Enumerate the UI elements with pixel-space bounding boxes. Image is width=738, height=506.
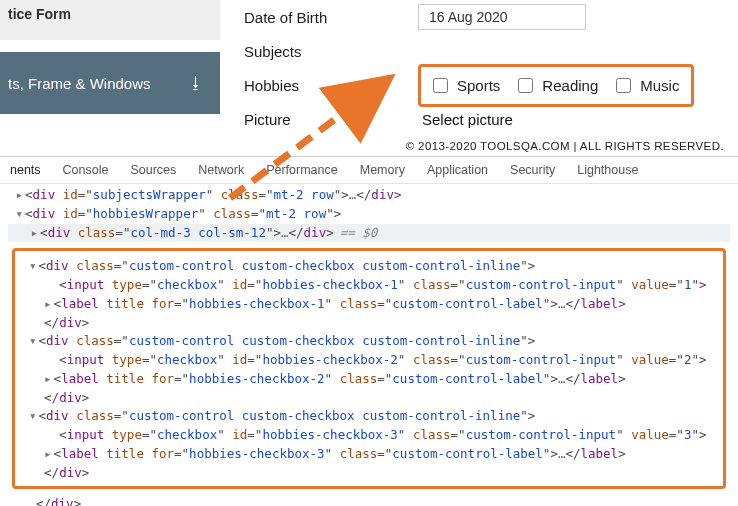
dom-line[interactable]: ▸<label title for="hobbies-checkbox-2" c… — [29, 370, 709, 389]
footer-copyright: © 2013-2020 TOOLSQA.COM | ALL RIGHTS RES… — [406, 140, 724, 152]
dob-label: Date of Birth — [244, 9, 418, 26]
tab-network[interactable]: Network — [198, 163, 244, 177]
dom-line[interactable]: ▾<div class="custom-control custom-check… — [29, 407, 709, 426]
hobby-sports-checkbox[interactable] — [433, 78, 448, 93]
caret-down-icon: ▾ — [29, 333, 37, 348]
dom-line[interactable]: ▸<div id="subjectsWrapper" class="mt-2 r… — [8, 186, 730, 205]
dom-line[interactable]: ▸<label title for="hobbies-checkbox-3" c… — [29, 445, 709, 464]
dom-line[interactable]: ▾<div id="hobbiesWrapper" class="mt-2 ro… — [8, 205, 730, 224]
hobby-music[interactable]: Music — [612, 75, 679, 96]
dom-line[interactable]: ▾<div class="custom-control custom-check… — [29, 257, 709, 276]
dom-line[interactable]: </div> — [29, 464, 709, 483]
dom-line[interactable]: ▾<div class="custom-control custom-check… — [29, 332, 709, 351]
sidebar-header: tice Form — [0, 0, 220, 40]
dom-line[interactable]: ▸<label title for="hobbies-checkbox-1" c… — [29, 295, 709, 314]
tab-memory[interactable]: Memory — [360, 163, 405, 177]
caret-right-icon: ▸ — [44, 446, 52, 461]
hobby-reading-checkbox[interactable] — [518, 78, 533, 93]
dom-line-selected[interactable]: ▸<div class="col-md-3 col-sm-12">…</div>… — [8, 224, 730, 243]
hobby-sports[interactable]: Sports — [429, 75, 500, 96]
highlighted-dom-block: ▾<div class="custom-control custom-check… — [12, 248, 726, 489]
selected-node-indicator: == $0 — [340, 225, 378, 240]
hobby-reading-label: Reading — [542, 77, 598, 94]
hobby-sports-label: Sports — [457, 77, 500, 94]
sidebar-item-frame-windows[interactable]: ts, Frame & Windows ⭳ — [0, 52, 220, 114]
tab-application[interactable]: Application — [427, 163, 488, 177]
dom-line[interactable]: <input type="checkbox" id="hobbies-check… — [29, 426, 709, 445]
picture-label: Picture — [244, 111, 418, 128]
tab-console[interactable]: Console — [63, 163, 109, 177]
dom-line[interactable]: <input type="checkbox" id="hobbies-check… — [29, 351, 709, 370]
tab-sources[interactable]: Sources — [130, 163, 176, 177]
caret-right-icon: ▸ — [16, 187, 24, 202]
devtools-tab-bar: nents Console Sources Network Performanc… — [0, 157, 738, 184]
sidebar-item-label: ts, Frame & Windows — [8, 75, 151, 92]
tab-security[interactable]: Security — [510, 163, 555, 177]
tab-lighthouse[interactable]: Lighthouse — [577, 163, 638, 177]
dom-line[interactable]: <input type="checkbox" id="hobbies-check… — [29, 276, 709, 295]
caret-down-icon: ▾ — [29, 408, 37, 423]
tab-performance[interactable]: Performance — [266, 163, 338, 177]
select-picture-button[interactable]: Select picture — [418, 111, 513, 128]
caret-right-icon: ▸ — [44, 371, 52, 386]
dom-line[interactable]: </div> — [36, 495, 730, 506]
hobby-reading[interactable]: Reading — [514, 75, 598, 96]
subjects-label: Subjects — [244, 43, 418, 60]
caret-down-icon: ▾ — [16, 206, 24, 221]
hobby-music-checkbox[interactable] — [616, 78, 631, 93]
caret-down-icon: ▾ — [29, 258, 37, 273]
tab-elements[interactable]: nents — [10, 163, 41, 177]
elements-panel[interactable]: ▸<div id="subjectsWrapper" class="mt-2 r… — [0, 184, 738, 506]
form-area: Date of Birth 16 Aug 2020 Subjects Hobbi… — [220, 0, 738, 136]
hobbies-checkbox-group-highlight: Sports Reading Music — [418, 64, 694, 107]
hobby-music-label: Music — [640, 77, 679, 94]
dom-line[interactable]: </div> — [29, 389, 709, 408]
hobbies-label: Hobbies — [244, 77, 418, 94]
caret-right-icon: ▸ — [44, 296, 52, 311]
caret-right-icon: ▸ — [31, 225, 39, 240]
dom-line[interactable]: </div> — [29, 314, 709, 333]
download-icon: ⭳ — [188, 74, 204, 92]
dob-input[interactable]: 16 Aug 2020 — [418, 4, 586, 30]
